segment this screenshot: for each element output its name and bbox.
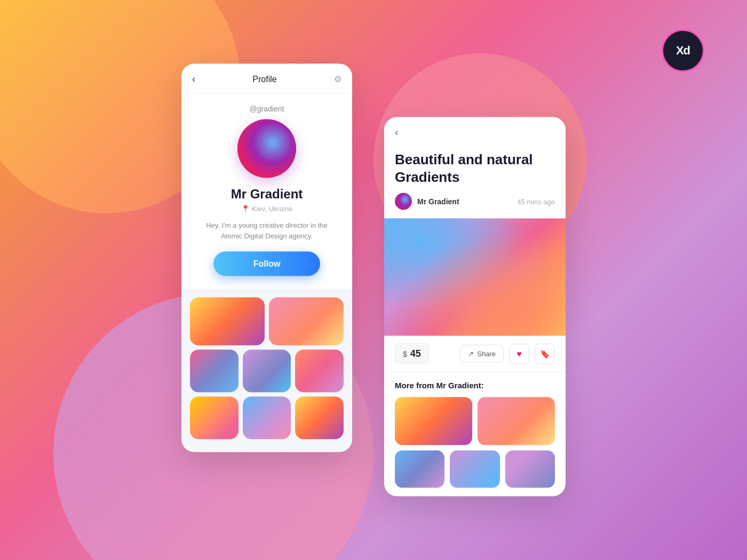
profile-body: @gradient Mr Gradient 📍 Kiev, Ukraine He… <box>181 94 352 289</box>
grid-row-1 <box>190 298 344 346</box>
share-icon: ↗ <box>468 350 474 358</box>
more-item-5[interactable] <box>505 451 555 488</box>
bio-text: Hey, I'm a young creative director in th… <box>192 220 341 241</box>
grid-item-6[interactable] <box>190 397 239 439</box>
xd-badge-label: Xd <box>676 44 690 58</box>
bookmark-icon: 🔖 <box>540 349 550 358</box>
like-button[interactable]: ♥ <box>509 343 529 364</box>
time-ago: 45 mins ago <box>517 197 555 205</box>
grid-row-2 <box>190 350 344 393</box>
location-text: Kiev, Ukraine <box>252 205 292 213</box>
more-item-3[interactable] <box>395 451 444 488</box>
price-value: 45 <box>410 348 421 359</box>
profile-back-button[interactable]: ‹ <box>192 74 195 85</box>
location: 📍 Kiev, Ukraine <box>241 205 292 213</box>
grid-item-3[interactable] <box>190 350 239 393</box>
xd-badge: Xd <box>662 29 704 72</box>
more-grid-row-1 <box>395 397 555 445</box>
avatar <box>237 119 296 178</box>
detail-card-header: ‹ <box>384 117 566 147</box>
grid-item-5[interactable] <box>295 350 344 393</box>
grid-item-2[interactable] <box>269 298 344 346</box>
price-tag: $ 45 <box>395 343 429 364</box>
bookmark-button[interactable]: 🔖 <box>535 343 555 364</box>
profile-card-header: ‹ Profile ⚙ <box>181 64 352 94</box>
grid-item-1[interactable] <box>190 298 265 346</box>
author-info: Mr Gradient <box>395 193 459 210</box>
currency-symbol: $ <box>403 349 407 358</box>
profile-title: Profile <box>252 74 276 84</box>
heart-icon: ♥ <box>516 349 522 358</box>
detail-title-section: Beautiful and natural Gradients Mr Gradi… <box>384 147 566 219</box>
more-item-2[interactable] <box>478 397 555 445</box>
display-name: Mr Gradient <box>231 187 303 202</box>
profile-grid-section <box>181 289 352 452</box>
author-name: Mr Gradient <box>417 197 459 206</box>
detail-back-button[interactable]: ‹ <box>395 127 398 138</box>
more-section: More from Mr Gradient: <box>384 372 566 497</box>
phones-container: ‹ Profile ⚙ @gradient Mr Gradient 📍 Kiev… <box>181 64 566 497</box>
grid-item-4[interactable] <box>243 350 291 393</box>
follow-button[interactable]: Follow <box>213 252 320 276</box>
share-label: Share <box>477 350 496 358</box>
grid-item-8[interactable] <box>295 397 344 439</box>
location-pin-icon: 📍 <box>241 205 250 213</box>
avatar-gradient <box>237 119 296 178</box>
action-buttons: ↗ Share ♥ 🔖 <box>460 343 555 364</box>
profile-card: ‹ Profile ⚙ @gradient Mr Gradient 📍 Kiev… <box>181 64 352 452</box>
more-item-4[interactable] <box>450 451 499 488</box>
gear-icon[interactable]: ⚙ <box>334 74 341 84</box>
detail-actions: $ 45 ↗ Share ♥ 🔖 <box>384 336 566 372</box>
more-grid-row-2 <box>395 451 555 488</box>
detail-author-row: Mr Gradient 45 mins ago <box>395 193 555 210</box>
gradient-hero-image <box>384 219 566 336</box>
grid-item-7[interactable] <box>243 397 291 439</box>
username-label: @gradient <box>250 105 284 113</box>
detail-title: Beautiful and natural Gradients <box>395 151 555 186</box>
more-from-title: More from Mr Gradient: <box>395 381 555 390</box>
share-button[interactable]: ↗ Share <box>460 345 504 363</box>
author-avatar <box>395 193 412 210</box>
grid-row-3 <box>190 397 344 439</box>
more-item-1[interactable] <box>395 397 472 445</box>
detail-card: ‹ Beautiful and natural Gradients Mr Gra… <box>384 117 566 497</box>
